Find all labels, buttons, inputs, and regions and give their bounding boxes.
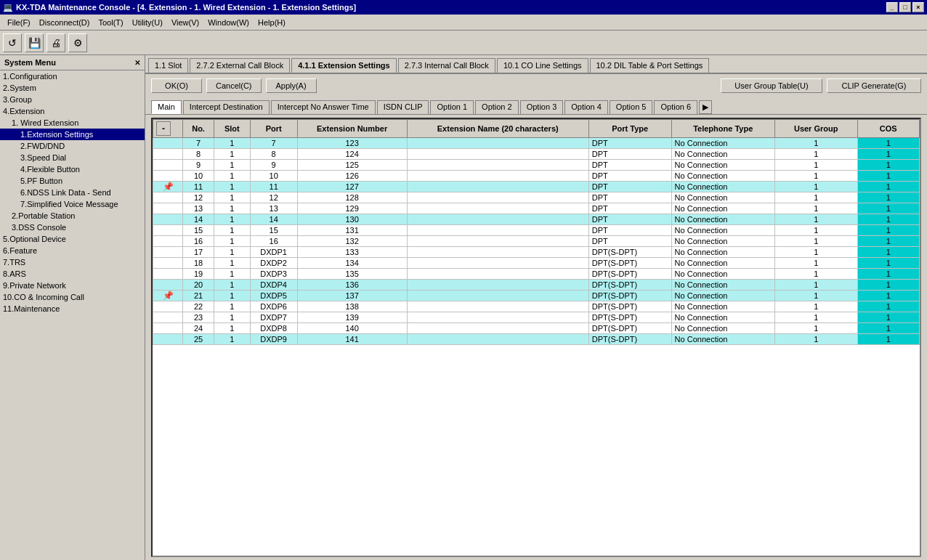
cell-extNumber[interactable]: 125 <box>297 160 407 171</box>
cell-extName[interactable] <box>407 214 588 225</box>
menu-help[interactable]: Help(H) <box>254 17 290 28</box>
menu-disconnect[interactable]: Disconnect(D) <box>35 17 94 28</box>
cell-extNumber[interactable]: 132 <box>297 236 407 247</box>
table-row[interactable]: 181DXDP2134DPT(S-DPT)No Connection11 <box>153 258 920 269</box>
cell-extName[interactable] <box>407 149 588 160</box>
cell-extName[interactable] <box>407 312 588 323</box>
table-row[interactable]: 241DXDP8140DPT(S-DPT)No Connection11 <box>153 323 920 334</box>
sidebar-item-co-incoming[interactable]: 10.CO & Incoming Call <box>0 291 145 303</box>
sidebar-close-button[interactable]: ✕ <box>134 59 140 67</box>
cell-extName[interactable] <box>407 203 588 214</box>
sidebar-item-feature[interactable]: 6.Feature <box>0 245 145 256</box>
sidebar-item-wired-extension[interactable]: 1. Wired Extension <box>0 117 145 129</box>
cell-extName[interactable] <box>407 160 588 171</box>
menu-window[interactable]: Window(W) <box>203 17 254 28</box>
cell-extName[interactable] <box>407 323 588 334</box>
cell-extNumber[interactable]: 123 <box>297 138 407 149</box>
table-row[interactable]: 191DXDP3135DPT(S-DPT)No Connection11 <box>153 269 920 280</box>
cell-extNumber[interactable]: 128 <box>297 192 407 203</box>
cell-extNumber[interactable]: 139 <box>297 312 407 323</box>
inner-tab-option5[interactable]: Option 5 <box>610 100 653 114</box>
menu-utility[interactable]: Utility(U) <box>128 17 167 28</box>
more-tabs-button[interactable]: ▶ <box>699 100 712 114</box>
table-row[interactable]: 717123DPTNo Connection11 <box>153 138 920 149</box>
inner-tab-main[interactable]: Main <box>151 100 182 114</box>
cell-extNumber[interactable]: 138 <box>297 301 407 312</box>
top-tab-dil-table[interactable]: 10.2 DIL Table & Port Settings <box>590 58 710 73</box>
cell-extName[interactable] <box>407 182 588 192</box>
sidebar-item-fwd-dnd[interactable]: 2.FWD/DND <box>0 140 145 152</box>
extension-table-container[interactable]: - No. Slot Port Extension Number Extensi… <box>151 118 921 557</box>
top-tab-external-call[interactable]: 2.7.2 External Call Block <box>190 58 290 73</box>
table-row[interactable]: 171DXDP1133DPT(S-DPT)No Connection11 <box>153 247 920 258</box>
top-tab-slot[interactable]: 1.1 Slot <box>148 58 188 73</box>
cell-extNumber[interactable]: 129 <box>297 203 407 214</box>
cell-extNumber[interactable]: 126 <box>297 171 407 182</box>
sidebar-item-optional-device[interactable]: 5.Optional Device <box>0 233 145 245</box>
toolbar-btn-2[interactable]: 💾 <box>25 33 44 52</box>
minimize-button[interactable]: _ <box>886 2 898 12</box>
sidebar-item-portable-station[interactable]: 2.Portable Station <box>0 210 145 222</box>
menu-file[interactable]: File(F) <box>3 17 35 28</box>
cell-extName[interactable] <box>407 192 588 203</box>
minus-button[interactable]: - <box>156 121 171 136</box>
sidebar-item-extension[interactable]: 4.Extension <box>0 105 145 117</box>
sidebar-item-extension-settings[interactable]: 1.Extension Settings <box>0 129 145 140</box>
sidebar-item-dss-console[interactable]: 3.DSS Console <box>0 222 145 233</box>
inner-tab-option1[interactable]: Option 1 <box>430 100 474 114</box>
cell-extNumber[interactable]: 136 <box>297 280 407 291</box>
cell-extName[interactable] <box>407 291 588 301</box>
sidebar-item-ndss[interactable]: 6.NDSS Link Data - Send <box>0 187 145 198</box>
sidebar-item-ars[interactable]: 8.ARS <box>0 268 145 280</box>
table-row[interactable]: 10110126DPTNo Connection11 <box>153 171 920 182</box>
user-group-table-button[interactable]: User Group Table(U) <box>721 78 822 93</box>
sidebar-item-voice-message[interactable]: 7.Simplified Voice Message <box>0 198 145 210</box>
clip-generate-button[interactable]: CLIP Generate(G) <box>827 78 921 93</box>
sidebar-item-system[interactable]: 2.System <box>0 82 145 94</box>
cell-extNumber[interactable]: 124 <box>297 149 407 160</box>
sidebar-item-pf-button[interactable]: 5.PF Button <box>0 175 145 187</box>
inner-tab-isdn-clip[interactable]: ISDN CLIP <box>377 100 429 114</box>
cell-extNumber[interactable]: 137 <box>297 291 407 301</box>
sidebar-item-private-network[interactable]: 9.Private Network <box>0 280 145 291</box>
maximize-button[interactable]: □ <box>899 2 911 12</box>
inner-tab-option3[interactable]: Option 3 <box>520 100 564 114</box>
inner-tab-option2[interactable]: Option 2 <box>475 100 519 114</box>
cell-extNumber[interactable]: 127 <box>297 182 407 192</box>
sidebar-item-speed-dial[interactable]: 3.Speed Dial <box>0 152 145 163</box>
cell-extNumber[interactable]: 135 <box>297 269 407 280</box>
cell-extName[interactable] <box>407 225 588 236</box>
table-row[interactable]: 📌211DXDP5137DPT(S-DPT)No Connection11 <box>153 291 920 301</box>
table-row[interactable]: 919125DPTNo Connection11 <box>153 160 920 171</box>
table-row[interactable]: 221DXDP6138DPT(S-DPT)No Connection11 <box>153 301 920 312</box>
cell-extName[interactable] <box>407 236 588 247</box>
sidebar-item-trs[interactable]: 7.TRS <box>0 256 145 268</box>
table-row[interactable]: 12112128DPTNo Connection11 <box>153 192 920 203</box>
menu-view[interactable]: View(V) <box>167 17 203 28</box>
title-bar-buttons[interactable]: _ □ × <box>886 2 924 12</box>
table-row[interactable]: 16116132DPTNo Connection11 <box>153 236 920 247</box>
cell-extName[interactable] <box>407 301 588 312</box>
table-row[interactable]: 14114130DPTNo Connection11 <box>153 214 920 225</box>
top-tab-extension-settings[interactable]: 4.1.1 Extension Settings <box>291 58 397 73</box>
ok-button[interactable]: OK(O) <box>151 78 202 93</box>
menu-tool[interactable]: Tool(T) <box>94 17 127 28</box>
cell-extNumber[interactable]: 140 <box>297 323 407 334</box>
toolbar-btn-3[interactable]: 🖨 <box>46 33 65 52</box>
toolbar-btn-1[interactable]: ↺ <box>3 33 22 52</box>
close-button[interactable]: × <box>912 2 924 12</box>
inner-tab-option6[interactable]: Option 6 <box>654 100 697 114</box>
table-row[interactable]: 818124DPTNo Connection11 <box>153 149 920 160</box>
cell-extNumber[interactable]: 134 <box>297 258 407 269</box>
inner-tab-intercept-no-answer[interactable]: Intercept No Answer Time <box>271 100 376 114</box>
cell-extName[interactable] <box>407 280 588 291</box>
table-row[interactable]: 13113129DPTNo Connection11 <box>153 203 920 214</box>
cancel-button[interactable]: Cancel(C) <box>206 78 262 93</box>
cell-extNumber[interactable]: 141 <box>297 334 407 345</box>
cell-extName[interactable] <box>407 138 588 149</box>
cell-extName[interactable] <box>407 334 588 345</box>
table-row[interactable]: 201DXDP4136DPT(S-DPT)No Connection11 <box>153 280 920 291</box>
top-tab-internal-call[interactable]: 2.7.3 Internal Call Block <box>398 58 495 73</box>
sidebar-item-maintenance[interactable]: 11.Maintenance <box>0 303 145 315</box>
table-row[interactable]: 231DXDP7139DPT(S-DPT)No Connection11 <box>153 312 920 323</box>
